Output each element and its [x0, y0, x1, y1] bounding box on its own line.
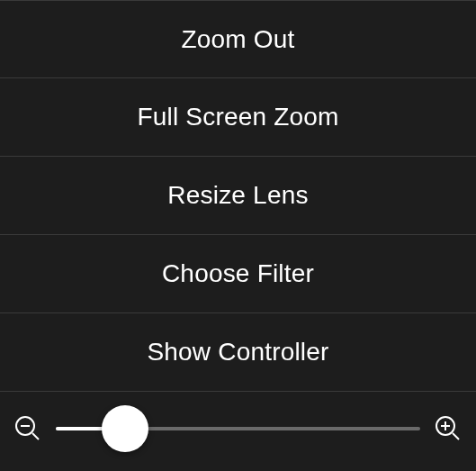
zoom-out-icon — [13, 414, 42, 443]
menu-item-label: Zoom Out — [181, 25, 294, 54]
menu-item-resize-lens[interactable]: Resize Lens — [0, 157, 476, 235]
menu-item-choose-filter[interactable]: Choose Filter — [0, 235, 476, 313]
zoom-out-button[interactable] — [13, 413, 43, 444]
svg-line-6 — [453, 433, 459, 439]
zoom-slider-row — [0, 392, 476, 471]
zoom-in-button[interactable] — [433, 413, 463, 444]
menu-item-label: Full Screen Zoom — [137, 103, 338, 131]
svg-line-2 — [32, 433, 39, 439]
menu-item-label: Show Controller — [147, 338, 328, 367]
menu-item-label: Resize Lens — [167, 181, 308, 210]
menu-item-show-controller[interactable]: Show Controller — [0, 313, 476, 392]
menu-item-full-screen-zoom[interactable]: Full Screen Zoom — [0, 78, 476, 157]
menu-item-zoom-out[interactable]: Zoom Out — [0, 0, 476, 78]
zoom-slider[interactable] — [56, 405, 420, 452]
zoom-menu: Zoom Out Full Screen Zoom Resize Lens Ch… — [0, 0, 476, 471]
slider-thumb[interactable] — [102, 405, 148, 452]
menu-item-label: Choose Filter — [162, 259, 314, 288]
zoom-in-icon — [434, 414, 463, 443]
